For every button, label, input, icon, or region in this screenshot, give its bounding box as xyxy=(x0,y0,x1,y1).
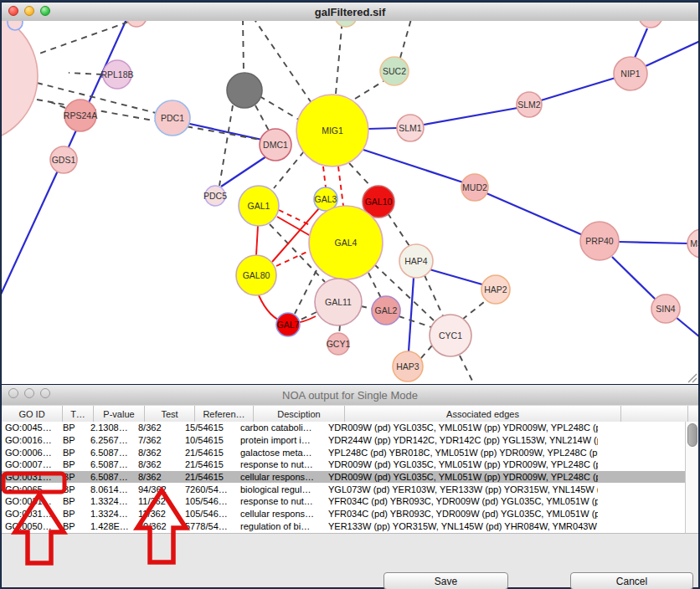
column-header-p_value[interactable]: P-value xyxy=(94,406,145,422)
table-cell-p_value: 1.428E… xyxy=(87,521,135,531)
table-cell-p_value: 6.5087… xyxy=(87,472,135,482)
graph-edge xyxy=(363,150,463,182)
graph-edge xyxy=(279,210,310,225)
table-row[interactable]: GO:0007…BP6.5087…8/36221/54615response t… xyxy=(2,458,685,471)
table-cell-description: regulation of bi… xyxy=(237,521,325,531)
table-cell-reference: 5778/54… xyxy=(182,521,237,531)
table-cell-type: BP xyxy=(59,423,87,433)
table-cell-description: response to nut… xyxy=(237,459,325,469)
network-canvas[interactable]: RPL18BRPS24AGDS1PDC1DMC1MIG1SLM1SLM2NIP1… xyxy=(2,21,698,384)
table-cell-test: 7/362 xyxy=(135,435,182,445)
table-row[interactable]: GO:0031…BP6.5087…8/36221/54615cellular r… xyxy=(2,471,685,484)
graph-node-label: GCY1 xyxy=(327,339,351,349)
table-cell-type: BP xyxy=(59,459,87,469)
column-header-test[interactable]: Test xyxy=(145,406,195,422)
graph-node[interactable] xyxy=(227,73,262,108)
table-cell-type: BP xyxy=(59,472,87,482)
graph-node[interactable] xyxy=(2,21,38,143)
graph-node-label: RPS24A xyxy=(64,110,97,120)
graph-node-label: MUD2 xyxy=(462,182,487,192)
graph-window-titlebar[interactable]: galFiltered.sif xyxy=(2,3,698,22)
graph-node-label: GAL7 xyxy=(277,320,300,330)
table-cell-type: BP xyxy=(59,435,87,445)
table-cell-edges: YER133W (pp) YOR315W, YNL145W (pd) YHR08… xyxy=(325,521,598,531)
graph-edge xyxy=(486,193,583,235)
column-header-spare[interactable] xyxy=(621,406,688,422)
graph-edge xyxy=(295,270,317,314)
graph-node-label: GAL4 xyxy=(335,238,358,248)
table-cell-edges: YFR034C (pd) YBR093C, YDR009W (pd) YGL03… xyxy=(325,496,598,506)
column-header-edges[interactable]: Associated edges xyxy=(345,406,621,422)
table-cell-test: 11/362 xyxy=(135,496,182,506)
table-cell-reference: 10/54615 xyxy=(182,435,237,445)
table-cell-reference: 21/54615 xyxy=(182,448,237,458)
graph-node-label: PDC1 xyxy=(161,113,184,123)
table-cell-description: response to nut… xyxy=(237,496,325,506)
table-rows: GO:0045…BP2.1308…8/36215/54615carbon cat… xyxy=(2,422,685,533)
zoom-button[interactable] xyxy=(40,6,50,16)
table-row[interactable]: GO:0045…BP2.1308…8/36215/54615carbon cat… xyxy=(2,422,685,434)
table-cell-reference: 15/54615 xyxy=(182,423,237,433)
column-header-description[interactable]: Desciption xyxy=(254,406,345,422)
graph-edge xyxy=(69,73,102,74)
column-header-go_id[interactable]: GO ID xyxy=(2,406,63,422)
table-cell-edges: YFR034C (pd) YBR093C, YDR009W (pd) YGL03… xyxy=(325,509,598,519)
noa-window-titlebar[interactable]: NOA output for Single Mode xyxy=(2,385,698,406)
close-button[interactable] xyxy=(8,6,18,16)
table-cell-p_value: 6.5087… xyxy=(87,459,135,469)
close-button[interactable] xyxy=(8,388,18,398)
table-row[interactable]: GO:0016…BP6.2567…7/36210/54615protein im… xyxy=(2,434,685,447)
graph-node-label: SLM1 xyxy=(399,123,422,133)
graph-edge xyxy=(355,81,383,99)
graph-edge xyxy=(361,306,373,309)
table-cell-type: BP xyxy=(59,496,87,506)
table-cell-test: 8/362 xyxy=(135,472,182,482)
graph-edge xyxy=(635,28,647,58)
graph-edge xyxy=(430,269,482,284)
table-row[interactable]: GO:0031…BP1.3324…11/362105/546…cellular … xyxy=(2,508,685,520)
table-row[interactable]: GO:0031…BP1.3324…11/362105/546…response … xyxy=(2,495,685,508)
graph-edge xyxy=(2,160,63,296)
graph-edge xyxy=(676,317,698,337)
table-cell-go_id: GO:0006… xyxy=(2,448,59,458)
graph-window-title: galFiltered.sif xyxy=(315,6,386,18)
table-row[interactable]: GO:0050…BP1.428E…80/3625778/54…regulatio… xyxy=(2,520,685,533)
results-table: GO IDT…P-valueTestReferen…DesciptionAsso… xyxy=(2,405,698,587)
graph-node[interactable] xyxy=(8,21,23,30)
zoom-button[interactable] xyxy=(40,388,50,398)
graph-edge xyxy=(388,213,409,246)
table-cell-type: BP xyxy=(59,521,87,531)
graph-edge xyxy=(368,273,381,298)
minimize-button[interactable] xyxy=(24,6,34,16)
table-cell-go_id: GO:0031… xyxy=(2,509,59,519)
table-cell-test: 8/362 xyxy=(135,423,182,433)
save-button[interactable]: Save xyxy=(383,572,508,589)
graph-edge xyxy=(219,105,233,186)
column-header-reference[interactable]: Referen… xyxy=(195,406,254,422)
graph-edge xyxy=(409,278,414,351)
table-cell-test: 80/362 xyxy=(135,521,182,531)
graph-edge xyxy=(221,156,266,187)
graph-node-label: GAL11 xyxy=(325,297,352,307)
window-controls xyxy=(8,6,50,16)
table-row[interactable]: GO:0006…BP6.5087…8/36221/54615galactose … xyxy=(2,446,685,458)
table-cell-edges: YDR244W (pp) YDR142C, YDR142C (pp) YGL15… xyxy=(325,435,598,445)
graph-node[interactable] xyxy=(126,21,147,27)
table-cell-test: 94/362 xyxy=(135,484,182,494)
scrollbar-thumb[interactable] xyxy=(687,423,697,447)
graph-node-label: GDS1 xyxy=(52,155,76,165)
column-header-type[interactable]: T… xyxy=(63,406,94,422)
graph-edge xyxy=(420,346,432,359)
table-cell-reference: 105/546… xyxy=(182,509,237,519)
minimize-button[interactable] xyxy=(24,388,34,398)
vertical-scrollbar[interactable] xyxy=(685,422,698,533)
table-cell-edges: YDR009W (pd) YGL035C, YML051W (pp) YDR00… xyxy=(325,459,598,469)
cancel-button[interactable]: Cancel xyxy=(570,572,693,589)
graph-node[interactable] xyxy=(639,21,662,28)
graph-edge xyxy=(462,299,488,320)
resize-grip[interactable] xyxy=(686,371,697,383)
graph-node-label: CYC1 xyxy=(439,330,462,341)
graph-node[interactable] xyxy=(335,21,357,27)
table-row[interactable]: GO:0065…BP8.0614…94/3627260/54…biologica… xyxy=(2,483,685,495)
graph-node-label: SUC2 xyxy=(383,66,406,76)
